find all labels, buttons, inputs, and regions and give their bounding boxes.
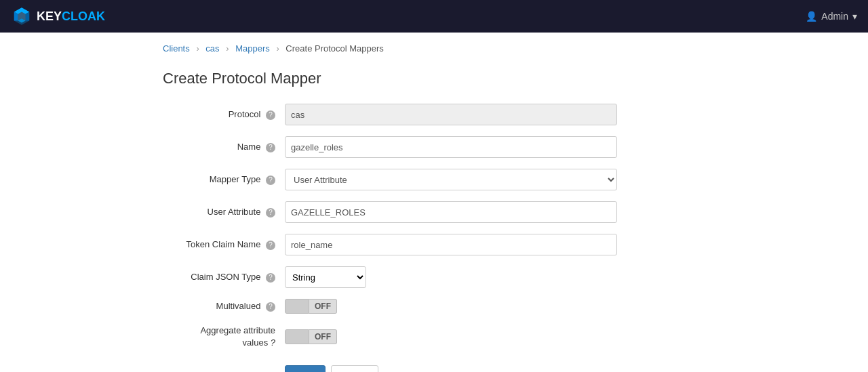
aggregate-toggle[interactable]: OFF [285, 329, 337, 344]
breadcrumb-current: Create Protocol Mappers [285, 43, 384, 54]
breadcrumb-clients[interactable]: Clients [163, 43, 190, 54]
claim-json-type-label: Claim JSON Type ? [163, 272, 285, 283]
name-input[interactable] [285, 136, 617, 158]
breadcrumb-cas[interactable]: cas [205, 43, 219, 54]
name-row: Name ? [163, 136, 705, 158]
header: KEYCLOAK 👤 Admin ▾ [0, 0, 868, 33]
mapper-type-help-icon[interactable]: ? [266, 175, 275, 185]
logo-text: KEYCLOAK [37, 9, 105, 24]
button-row: Save Cancel [163, 365, 705, 372]
aggregate-row: Aggregate attribute values ? OFF [163, 325, 705, 349]
protocol-row: Protocol ? [163, 104, 705, 125]
admin-chevron-icon: ▾ [852, 11, 857, 22]
multivalued-toggle[interactable]: OFF [285, 299, 337, 314]
token-claim-name-input[interactable] [285, 234, 617, 255]
protocol-input [285, 104, 617, 125]
mapper-type-select[interactable]: User AttributeUser PropertyHardcoded att… [285, 169, 617, 190]
claim-json-type-select[interactable]: StringlongintbooleanJSON [285, 266, 366, 288]
admin-icon: 👤 [806, 11, 817, 22]
admin-label: Admin [821, 11, 848, 22]
multivalued-label: Multivalued ? [163, 301, 285, 312]
breadcrumb-sep-3: › [276, 43, 279, 54]
admin-menu[interactable]: 👤 Admin ▾ [806, 11, 857, 22]
token-claim-name-row: Token Claim Name ? [163, 234, 705, 255]
aggregate-help-icon[interactable]: ? [271, 337, 275, 348]
breadcrumb-mappers[interactable]: Mappers [235, 43, 270, 54]
token-claim-name-help-icon[interactable]: ? [266, 241, 275, 250]
aggregate-toggle-switch[interactable] [285, 329, 309, 344]
multivalued-toggle-label: OFF [309, 299, 337, 314]
user-attribute-help-icon[interactable]: ? [266, 208, 275, 218]
token-claim-name-label: Token Claim Name ? [163, 239, 285, 250]
main-content: Create Protocol Mapper Protocol ? Name ?… [0, 59, 868, 372]
multivalued-help-icon[interactable]: ? [266, 302, 275, 312]
claim-json-type-help-icon[interactable]: ? [266, 273, 275, 283]
claim-json-type-row: Claim JSON Type ? StringlongintbooleanJS… [163, 266, 705, 288]
save-button[interactable]: Save [285, 365, 326, 372]
breadcrumb-sep-1: › [196, 43, 199, 54]
cancel-button[interactable]: Cancel [331, 365, 378, 372]
multivalued-row: Multivalued ? OFF [163, 299, 705, 314]
breadcrumb-sep-2: › [226, 43, 229, 54]
user-attribute-row: User Attribute ? [163, 201, 705, 223]
aggregate-toggle-label: OFF [309, 329, 337, 344]
page-title: Create Protocol Mapper [163, 70, 705, 87]
aggregate-label: Aggregate attribute values ? [163, 325, 285, 349]
logo: KEYCLOAK [11, 5, 105, 27]
breadcrumb: Clients › cas › Mappers › Create Protoco… [0, 33, 868, 59]
mapper-type-row: Mapper Type ? User AttributeUser Propert… [163, 169, 705, 190]
user-attribute-label: User Attribute ? [163, 207, 285, 218]
protocol-label: Protocol ? [163, 109, 285, 120]
multivalued-toggle-switch[interactable] [285, 299, 309, 314]
keycloak-logo-icon [11, 5, 33, 27]
mapper-type-label: Mapper Type ? [163, 174, 285, 185]
name-help-icon[interactable]: ? [266, 143, 275, 152]
protocol-help-icon[interactable]: ? [266, 110, 275, 120]
name-label: Name ? [163, 142, 285, 152]
user-attribute-input[interactable] [285, 201, 617, 223]
